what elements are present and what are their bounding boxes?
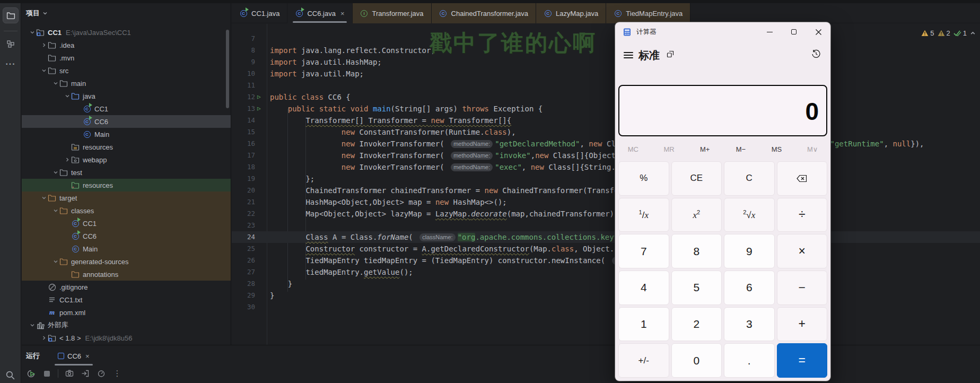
close-icon[interactable]: × (85, 352, 90, 360)
tree-item-.gitignore[interactable]: .gitignore (22, 281, 231, 293)
tree-item-test[interactable]: test (22, 166, 231, 179)
tab-Transformer.java[interactable]: ITransformer.java (353, 3, 432, 23)
chevron-down-icon[interactable] (40, 194, 48, 202)
chevron-down-icon[interactable] (28, 29, 36, 37)
code-line-18[interactable]: 18 new InvokerTransformer( methodName:"e… (232, 161, 980, 173)
code-line-20[interactable]: 20 ChainedTransformer chainedTransformer… (232, 185, 980, 196)
maximize-button[interactable] (782, 22, 806, 41)
key-clear[interactable]: C (724, 161, 775, 196)
screenshot-icon[interactable] (65, 369, 74, 378)
tree-item-target[interactable]: target (22, 192, 231, 204)
more-icon[interactable]: ··· (3, 56, 19, 72)
project-panel-scrollbar[interactable] (226, 30, 229, 108)
search-icon[interactable] (5, 370, 15, 382)
key-square[interactable]: x2 (671, 198, 722, 232)
project-tool-icon[interactable] (3, 7, 19, 23)
tree-item-webapp[interactable]: webapp (22, 153, 231, 166)
code-line-27[interactable]: 27 tiedMapEntry.getValue(); (232, 266, 980, 278)
chevron-right-icon[interactable] (40, 41, 48, 49)
tree-item-__1.8__[interactable]: < 1.8 >E:\jdk8\jdk8u56 (22, 332, 231, 344)
key-0[interactable]: 0 (671, 343, 722, 378)
chevron-down-icon[interactable] (51, 80, 59, 88)
code-line-21[interactable]: 21 HashMap<Object,Object> map = new Hash… (232, 196, 980, 208)
weak-warning-count[interactable]: 2 (938, 29, 950, 37)
rerun-icon[interactable] (26, 369, 36, 378)
tab-LazyMap.java[interactable]: CLazyMap.java (536, 3, 606, 23)
tree-item-Main[interactable]: CMain (22, 128, 231, 141)
more-icon[interactable]: ⋮ (112, 369, 122, 378)
key-reciprocal[interactable]: 1/x (618, 198, 669, 232)
key-3[interactable]: 3 (724, 307, 775, 342)
history-icon[interactable] (811, 49, 821, 61)
tab-ChainedTransformer.java[interactable]: CChainedTransformer.java (432, 3, 536, 23)
warning-count[interactable]: 5 (921, 29, 934, 37)
code-line-14[interactable]: 14 Transformer[] Transformer = new Trans… (232, 115, 980, 126)
code-line-19[interactable]: 19 }; (232, 173, 980, 185)
code-line-23[interactable]: 23 (232, 220, 980, 231)
import-icon[interactable] (81, 369, 90, 378)
code-line-26[interactable]: 26 TiedMapEntry tiedMapEntry = (TiedMapE… (232, 255, 980, 266)
code-line-29[interactable]: 29} (232, 290, 980, 301)
close-button[interactable] (806, 22, 830, 41)
tree-item-Main[interactable]: CMain (22, 242, 231, 255)
tree-item-.mvn[interactable]: .mvn (22, 51, 231, 64)
key-clear-entry[interactable]: CE (671, 161, 722, 196)
code-line-12[interactable]: 12▷public class CC6 { (232, 91, 980, 103)
gc-icon[interactable] (97, 369, 106, 378)
tree-item-CC6[interactable]: CCC6 (22, 115, 231, 128)
stop-icon[interactable] (42, 369, 51, 378)
tree-item-CC1[interactable]: CCC1 (22, 217, 231, 230)
calculator-titlebar[interactable]: 计算器 (615, 22, 830, 41)
chevron-down-icon[interactable] (51, 207, 59, 215)
code-line-24[interactable]: 24 Class A = Class.forName( className:"o… (232, 231, 980, 243)
project-panel-header[interactable]: 项目 (26, 6, 48, 20)
chevron-down-icon[interactable] (40, 67, 48, 75)
code-line-25[interactable]: 25 Constructor constructor = A.getDeclar… (232, 243, 980, 255)
key-subtract[interactable]: − (777, 271, 828, 305)
key-equals[interactable]: = (777, 343, 828, 378)
code-line-9[interactable]: 9import java.util.HashMap; (232, 56, 980, 68)
code-line-11[interactable]: 11 (232, 80, 980, 91)
key-backspace-button[interactable] (777, 161, 828, 196)
tree-item-CC1[interactable]: CC1E:\java\JavaSec\CC1 (22, 26, 231, 39)
tree-item-resources[interactable]: resources (22, 179, 231, 192)
key-7[interactable]: 7 (618, 234, 669, 268)
memory-m-button[interactable]: M+ (687, 140, 723, 158)
chevron-right-icon[interactable] (40, 334, 48, 342)
key-decimal[interactable]: . (724, 343, 775, 378)
tab-TiedMapEntry.java[interactable]: CTiedMapEntry.java (606, 3, 690, 23)
chevron-down-icon[interactable] (51, 258, 59, 266)
code-editor[interactable]: 戳中了谁的心啊 5 2 1 78import java.lang.reflect… (232, 24, 980, 345)
code-line-15[interactable]: 15 new ConstantTransformer(Runtime.class… (232, 126, 980, 138)
close-icon[interactable]: × (340, 10, 345, 18)
tree-item-src[interactable]: src (22, 64, 231, 77)
tree-item-main[interactable]: main (22, 77, 231, 90)
code-line-10[interactable]: 10import java.util.Map; (232, 68, 980, 80)
memory-mr-button[interactable]: MR (651, 140, 687, 158)
tab-CC6.java[interactable]: CCC6.java× (287, 3, 352, 23)
structure-icon[interactable] (3, 36, 19, 52)
key-5[interactable]: 5 (671, 271, 722, 305)
run-icon[interactable]: ▷ (257, 91, 261, 103)
key-multiply[interactable]: × (777, 234, 828, 268)
code-line-22[interactable]: 22 Map<Object,Object> lazyMap = LazyMap.… (232, 208, 980, 220)
chevron-down-icon[interactable] (28, 321, 36, 329)
key-divide[interactable]: ÷ (777, 198, 828, 232)
tree-item-java[interactable]: java (22, 90, 231, 102)
memory-m-button[interactable]: M∨ (794, 140, 830, 158)
menu-icon[interactable] (624, 52, 633, 58)
run-panel-title[interactable]: 运行 (26, 351, 40, 361)
code-line-16[interactable]: 16 new InvokerTransformer( methodName:"g… (232, 138, 980, 150)
chevron-down-icon[interactable] (51, 169, 59, 177)
tree-item-classes[interactable]: classes (22, 204, 231, 217)
code-line-30[interactable]: 30 (232, 301, 980, 313)
tree-item-resources[interactable]: resources (22, 141, 231, 153)
run-icon[interactable]: ▷ (257, 103, 261, 115)
calculator-mode-label[interactable]: 标准 (638, 48, 660, 63)
tree-item-CC1.txt[interactable]: CC1.txt (22, 293, 231, 306)
keep-on-top-icon[interactable] (666, 50, 675, 60)
key-1[interactable]: 1 (618, 307, 669, 342)
code-line-7[interactable]: 7 (232, 33, 980, 45)
code-line-17[interactable]: 17 new InvokerTransformer( methodName:"i… (232, 150, 980, 161)
key-6[interactable]: 6 (724, 271, 775, 305)
